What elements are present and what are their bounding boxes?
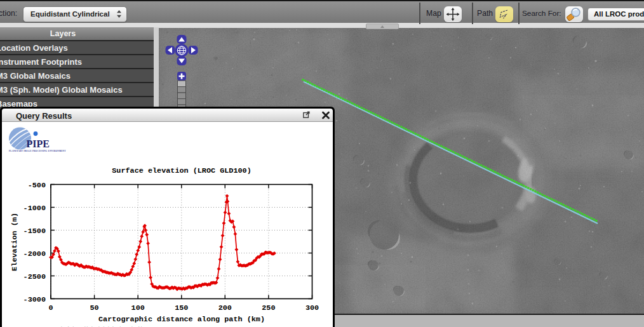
- svg-text:-2000: -2000: [23, 250, 46, 258]
- svg-text:300: 300: [305, 304, 319, 312]
- svg-text:150: 150: [175, 304, 188, 312]
- svg-text:Cartographic distance along pa: Cartographic distance along path (km): [98, 315, 265, 324]
- svg-text:-1000: -1000: [23, 204, 46, 213]
- svg-text:-1500: -1500: [23, 227, 46, 236]
- svg-text:-2500: -2500: [23, 272, 46, 281]
- svg-text:200: 200: [218, 304, 232, 312]
- svg-text:50: 50: [90, 304, 99, 312]
- svg-text:-3000: -3000: [23, 295, 46, 304]
- svg-text:Surface elevation (LROC GLD100: Surface elevation (LROC GLD100): [112, 166, 251, 175]
- svg-text:-500: -500: [28, 181, 46, 190]
- svg-text:PIPE: PIPE: [27, 138, 50, 149]
- svg-text:0: 0: [48, 304, 53, 312]
- svg-text:Elevation (m): Elevation (m): [10, 213, 19, 271]
- svg-text:PLANETARY IMAGE PROCESSING ENV: PLANETARY IMAGE PROCESSING ENVIRONMENT: [9, 150, 66, 152]
- svg-text:250: 250: [262, 304, 275, 312]
- svg-text:100: 100: [131, 304, 145, 312]
